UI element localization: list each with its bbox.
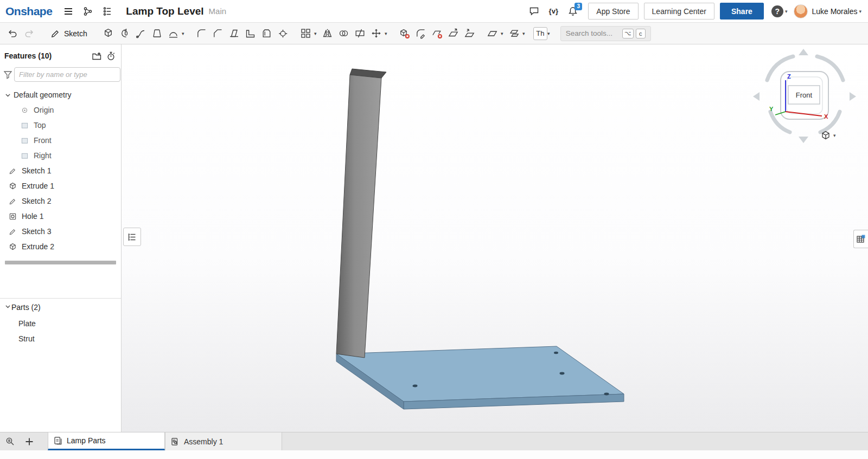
comments-icon[interactable]: [525, 3, 542, 20]
plane-tool-icon[interactable]: [484, 25, 501, 42]
new-tab-button[interactable]: [20, 432, 39, 450]
tree-item-label: Right: [34, 151, 52, 160]
bottom-bar: Lamp Parts Assembly 1: [0, 432, 868, 459]
chevron-down-icon[interactable]: ▾: [312, 31, 318, 36]
tree-item-label: Top: [34, 121, 46, 130]
view-orientation-widget[interactable]: Front Z Y X: [751, 48, 865, 146]
learning-center-button[interactable]: Learning Center: [644, 3, 714, 20]
sheet-metal-thickness-button[interactable]: Th ▾: [533, 27, 553, 40]
versions-history-icon[interactable]: [79, 3, 97, 20]
feature-label: Sketch 2: [22, 197, 51, 205]
view-cube-menu-button[interactable]: ▾: [820, 130, 836, 141]
chevron-down-icon[interactable]: ▾: [180, 31, 186, 36]
tree-item-label: Origin: [34, 106, 54, 114]
notification-badge: 3: [575, 3, 582, 10]
tree-item-label: Front: [34, 136, 52, 145]
rollback-bar[interactable]: [5, 261, 116, 264]
rib-icon[interactable]: [242, 25, 259, 42]
feature-item-extrude-1[interactable]: Extrude 1: [0, 178, 121, 193]
onshape-logo[interactable]: Onshape: [5, 5, 52, 18]
feature-statistics-icon[interactable]: [104, 49, 118, 62]
part-item-strut[interactable]: Strut: [0, 331, 121, 346]
tab-label: Assembly 1: [184, 437, 223, 446]
chevron-down-icon[interactable]: ▾: [499, 31, 505, 36]
new-folder-icon[interactable]: [90, 49, 104, 62]
tab-assembly-1[interactable]: Assembly 1: [165, 432, 282, 450]
surface-tools-icon[interactable]: [506, 25, 522, 42]
notifications-icon[interactable]: 3: [563, 2, 583, 21]
shell-icon[interactable]: [259, 25, 275, 42]
redo-icon[interactable]: [21, 25, 37, 42]
tab-manager-icon[interactable]: [0, 432, 20, 450]
document-title[interactable]: Lamp Top Level: [126, 5, 203, 17]
move-face-icon[interactable]: [445, 25, 462, 42]
right-dock-panel-tab[interactable]: [853, 230, 868, 248]
linear-pattern-icon[interactable]: [298, 25, 314, 42]
help-icon: ?: [771, 5, 783, 17]
parts-section-header[interactable]: Parts (2): [0, 299, 121, 316]
app-store-button[interactable]: App Store: [588, 3, 638, 20]
delete-face-icon[interactable]: [429, 25, 445, 42]
tree-item-label: Default geometry: [14, 90, 72, 99]
user-menu-button[interactable]: Luke Morales ▾: [794, 4, 861, 18]
extrude-icon[interactable]: [100, 25, 117, 42]
tab-lamp-parts[interactable]: Lamp Parts: [48, 432, 165, 450]
help-menu-button[interactable]: ? ▾: [771, 5, 788, 17]
feature-item-hole-1[interactable]: Hole 1: [0, 209, 121, 224]
feature-item-sketch-1[interactable]: Sketch 1: [0, 163, 121, 178]
fillet-icon[interactable]: [194, 25, 210, 42]
feature-item-sketch-3[interactable]: Sketch 3: [0, 224, 121, 239]
share-button[interactable]: Share: [720, 3, 764, 20]
filter-row: [0, 64, 121, 87]
tree-item-right-plane[interactable]: Right: [0, 148, 121, 163]
part-strut[interactable]: [336, 69, 386, 358]
feature-list-toggle[interactable]: [123, 228, 141, 246]
hole-icon: [8, 211, 17, 221]
chamfer-icon[interactable]: [210, 25, 226, 42]
chevron-down-icon[interactable]: ▾: [383, 31, 389, 36]
tree-item-top-plane[interactable]: Top: [0, 118, 121, 133]
feature-item-extrude-2[interactable]: Extrude 2: [0, 239, 121, 254]
features-panel-header: Features (10): [0, 44, 121, 64]
loft-icon[interactable]: [149, 25, 165, 42]
draft-icon[interactable]: [226, 25, 242, 42]
document-panel-icon[interactable]: [99, 3, 116, 20]
undo-icon[interactable]: [4, 25, 21, 42]
feature-item-sketch-2[interactable]: Sketch 2: [0, 193, 121, 209]
hole-icon[interactable]: [275, 25, 291, 42]
transform-icon[interactable]: [368, 25, 385, 42]
sketch-button[interactable]: Sketch: [46, 25, 92, 42]
part-item-plate[interactable]: Plate: [0, 316, 121, 331]
graphics-viewport[interactable]: Front Z Y X ▾: [122, 44, 868, 432]
search-tools-box[interactable]: Search tools... ⌥ c: [560, 26, 651, 41]
boolean-icon[interactable]: [336, 25, 352, 42]
user-name: Luke Morales: [812, 7, 857, 16]
mirror-icon[interactable]: [320, 25, 336, 42]
featurescript-notices-icon[interactable]: {v}: [545, 3, 562, 20]
chevron-down-icon[interactable]: [4, 303, 11, 312]
chevron-down-icon[interactable]: [4, 92, 14, 99]
chevron-down-icon[interactable]: ▾: [521, 31, 527, 36]
option-key-icon: ⌥: [622, 29, 634, 38]
modify-fillet-icon[interactable]: [413, 25, 429, 42]
delete-part-icon[interactable]: [397, 25, 413, 42]
filter-input[interactable]: [14, 67, 120, 82]
thicken-icon[interactable]: [165, 25, 182, 42]
tree-item-front-plane[interactable]: Front: [0, 133, 121, 148]
tree-item-default-geometry[interactable]: Default geometry: [0, 87, 121, 102]
part-studio-icon: [54, 436, 62, 445]
features-panel-title: Features (10): [4, 51, 90, 60]
revolve-icon[interactable]: [117, 25, 133, 42]
replace-face-icon[interactable]: [462, 25, 478, 42]
tree-item-origin[interactable]: Origin: [0, 102, 121, 118]
feature-label: Sketch 1: [22, 166, 51, 175]
chevron-down-icon: ▾: [785, 9, 788, 14]
workspace-name[interactable]: Main: [209, 7, 227, 16]
sweep-icon[interactable]: [133, 25, 149, 42]
tab-label: Lamp Parts: [67, 436, 106, 445]
main-menu-icon[interactable]: [60, 3, 77, 20]
filter-icon: [3, 70, 12, 79]
part-plate[interactable]: [336, 346, 624, 409]
split-icon[interactable]: [352, 25, 368, 42]
view-cube-front-label[interactable]: Front: [796, 91, 813, 99]
